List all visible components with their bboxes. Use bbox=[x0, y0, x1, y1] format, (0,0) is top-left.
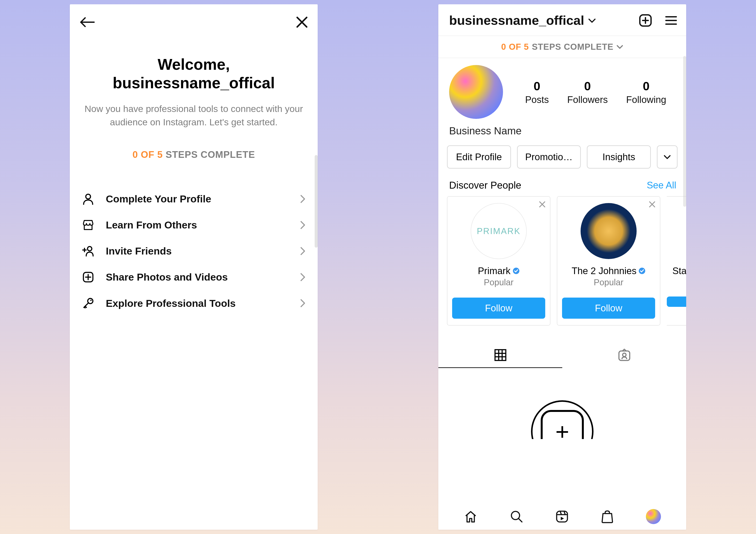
menu-button[interactable] bbox=[665, 15, 677, 25]
suggestion-name-row: Primark bbox=[452, 266, 545, 276]
add-person-icon bbox=[82, 246, 94, 256]
verified-badge-icon bbox=[638, 267, 645, 274]
search-icon bbox=[510, 510, 523, 523]
home-icon bbox=[464, 510, 478, 523]
tagged-icon bbox=[617, 348, 632, 362]
step-learn-from-others[interactable]: Learn From Others bbox=[70, 212, 318, 238]
step-label: Share Photos and Videos bbox=[106, 271, 288, 283]
discover-toggle-button[interactable] bbox=[657, 145, 678, 168]
chevron-right-icon bbox=[300, 298, 306, 308]
chevron-right-icon bbox=[300, 272, 306, 282]
suggestion-avatar[interactable]: PRIMARK bbox=[471, 203, 527, 259]
nav-shop[interactable] bbox=[601, 510, 614, 523]
step-label: Complete Your Profile bbox=[106, 193, 288, 205]
stat-value: 0 bbox=[626, 79, 666, 93]
avatar-icon bbox=[646, 509, 661, 524]
onboarding-header bbox=[70, 4, 318, 34]
nav-reels[interactable] bbox=[555, 510, 569, 523]
suggestion-card-peek: Sta bbox=[667, 196, 686, 326]
close-icon bbox=[296, 16, 308, 28]
nav-search[interactable] bbox=[510, 510, 523, 523]
banner-label: STEPS COMPLETE bbox=[532, 42, 613, 52]
scrollbar[interactable] bbox=[315, 155, 318, 248]
see-all-link[interactable]: See All bbox=[647, 180, 676, 191]
plus-square-icon bbox=[83, 271, 94, 283]
profile-avatar[interactable] bbox=[449, 65, 503, 119]
step-share-photos-videos[interactable]: Share Photos and Videos bbox=[70, 264, 318, 290]
onboarding-progress: 0 OF 5 STEPS COMPLETE bbox=[70, 149, 318, 160]
step-label: Explore Professional Tools bbox=[106, 297, 288, 309]
person-icon bbox=[82, 193, 94, 205]
discover-people-carousel[interactable]: PRIMARK Primark Popular Follow The 2 Joh… bbox=[438, 196, 686, 326]
suggestion-subtitle: Popular bbox=[562, 278, 655, 287]
insights-button[interactable]: Insights bbox=[587, 145, 651, 168]
grid-icon bbox=[494, 348, 507, 362]
suggestion-name: Primark bbox=[478, 266, 511, 276]
svg-rect-12 bbox=[557, 511, 567, 522]
reels-icon bbox=[555, 510, 569, 523]
setup-progress-banner[interactable]: 0 OF 5 STEPS COMPLETE bbox=[438, 36, 686, 58]
storefront-icon bbox=[82, 220, 94, 230]
empty-state: + bbox=[438, 400, 686, 463]
arrow-left-icon bbox=[80, 16, 94, 28]
profile-summary: 0 Posts 0 Followers 0 Following bbox=[438, 58, 686, 119]
progress-label: STEPS COMPLETE bbox=[163, 149, 255, 160]
suggestion-card-the-2-johnnies: The 2 Johnnies Popular Follow bbox=[557, 196, 660, 326]
stat-posts[interactable]: 0 Posts bbox=[525, 79, 549, 105]
hamburger-icon bbox=[665, 15, 677, 25]
stat-value: 0 bbox=[567, 79, 608, 93]
bottom-nav bbox=[438, 502, 686, 530]
welcome-description: Now you have professional tools to conne… bbox=[83, 102, 305, 129]
close-button[interactable] bbox=[296, 16, 308, 28]
chevron-right-icon bbox=[300, 246, 306, 256]
suggestion-avatar[interactable] bbox=[580, 203, 636, 259]
create-button[interactable] bbox=[639, 14, 652, 27]
discover-people-header: Discover People See All bbox=[438, 168, 686, 196]
dismiss-suggestion-button[interactable] bbox=[538, 200, 546, 209]
step-complete-profile[interactable]: Complete Your Profile bbox=[70, 186, 318, 212]
chevron-right-icon bbox=[300, 220, 306, 230]
follow-button[interactable] bbox=[667, 296, 686, 307]
suggestion-name: Sta bbox=[672, 266, 686, 276]
shopping-bag-icon bbox=[601, 510, 614, 523]
back-button[interactable] bbox=[80, 16, 94, 28]
nav-home[interactable] bbox=[464, 510, 478, 523]
suggestion-name: The 2 Johnnies bbox=[572, 266, 636, 276]
account-switcher[interactable]: businessname_offical bbox=[449, 13, 596, 28]
step-invite-friends[interactable]: Invite Friends bbox=[70, 238, 318, 264]
step-label: Invite Friends bbox=[106, 245, 288, 257]
profile-action-buttons: Edit Profile Promotio… Insights bbox=[438, 137, 686, 168]
header-username: businessname_offical bbox=[449, 13, 584, 28]
follow-button[interactable]: Follow bbox=[452, 297, 545, 319]
onboarding-screen: Welcome, businessname_offical Now you ha… bbox=[70, 4, 318, 530]
profile-display-name: Business Name bbox=[438, 119, 686, 137]
chevron-down-icon bbox=[616, 44, 623, 49]
onboarding-title-block: Welcome, businessname_offical Now you ha… bbox=[70, 55, 318, 129]
promotions-button[interactable]: Promotio… bbox=[517, 145, 581, 168]
svg-point-4 bbox=[90, 300, 92, 301]
profile-header: businessname_offical bbox=[438, 4, 686, 36]
stat-following[interactable]: 0 Following bbox=[626, 79, 666, 105]
header-actions bbox=[639, 14, 677, 27]
stat-followers[interactable]: 0 Followers bbox=[567, 79, 608, 105]
discover-title: Discover People bbox=[449, 179, 521, 191]
key-icon bbox=[82, 297, 94, 309]
edit-profile-button[interactable]: Edit Profile bbox=[447, 145, 511, 168]
stat-value: 0 bbox=[525, 79, 549, 93]
scrollbar[interactable] bbox=[683, 56, 686, 207]
dismiss-suggestion-button[interactable] bbox=[648, 200, 656, 209]
tab-tagged[interactable] bbox=[562, 343, 686, 368]
stat-label: Following bbox=[626, 94, 666, 105]
tab-grid[interactable] bbox=[438, 343, 562, 368]
close-icon bbox=[538, 200, 546, 208]
step-explore-professional-tools[interactable]: Explore Professional Tools bbox=[70, 290, 318, 316]
step-label: Learn From Others bbox=[106, 219, 288, 231]
suggestion-name-row: Sta bbox=[667, 266, 686, 276]
svg-rect-9 bbox=[619, 351, 630, 361]
plus-square-icon: + bbox=[541, 410, 584, 453]
profile-screen: businessname_offical 0 OF 5 STEPS COMPLE… bbox=[438, 4, 686, 530]
follow-button[interactable]: Follow bbox=[562, 297, 655, 319]
stat-label: Followers bbox=[567, 94, 608, 105]
banner-count: 0 OF 5 bbox=[501, 42, 529, 52]
nav-profile[interactable] bbox=[646, 509, 661, 524]
